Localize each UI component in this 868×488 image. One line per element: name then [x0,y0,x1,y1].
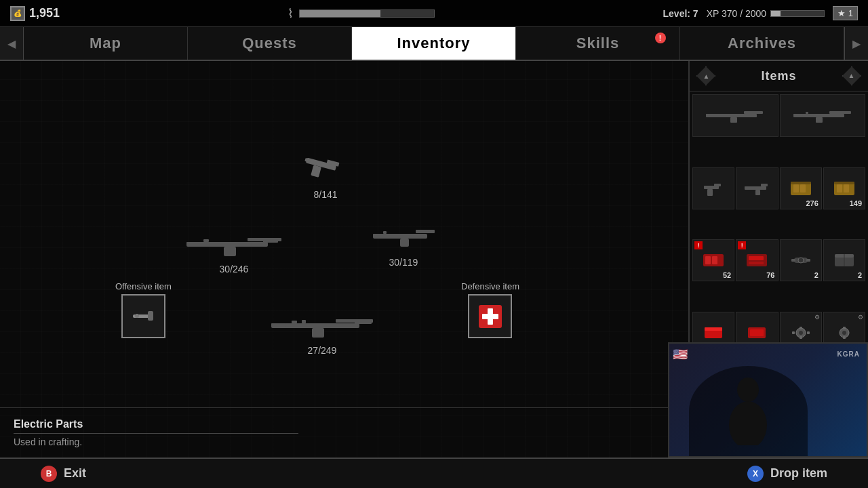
medkit-icon [477,303,504,330]
right-panel-header: ▲ Items ▲ [690,61,868,92]
svg-rect-29 [744,111,763,114]
heartbeat-icon: ⌇ [288,6,294,21]
grid-gearitem-icon [832,323,856,342]
svg-rect-45 [793,184,799,192]
grid-reditem4-icon [745,323,769,342]
svg-rect-11 [416,230,435,233]
grid-cell-pistol[interactable] [692,167,734,209]
drop-button-icon[interactable]: X [747,466,764,482]
svg-rect-53 [705,256,711,264]
svg-rect-41 [761,184,768,186]
grid-smg-icon [743,179,770,198]
svg-rect-33 [829,111,851,114]
gearitem-gear: ⚙ [858,314,863,321]
grid-cell-box2[interactable]: 2 [823,239,865,281]
hud-top: 💰 1,951 ⌇ Level: 7 XP 370 / 2000 ★ 1 [0,0,868,27]
reditem2-count: 76 [766,271,774,279]
panel-left-arrow[interactable]: ▲ [696,66,715,85]
grid-cell-reditem2[interactable]: ! 76 [736,239,778,281]
svg-rect-42 [745,186,749,188]
defensive-item-box[interactable] [468,294,512,338]
defensive-item-slot[interactable]: Defensive item [461,281,519,338]
svg-rect-59 [791,259,795,262]
svg-rect-72 [800,336,802,339]
xp-label: XP 370 / 2000 [707,8,766,19]
offensive-item-icon [132,304,155,328]
grid-cell-ammobox2[interactable]: 149 [823,167,865,209]
tab-quests[interactable]: Quests [188,27,352,60]
grid-cell-ammobox1[interactable]: 276 [780,167,822,209]
xp-bar [770,10,825,17]
svg-rect-38 [714,184,721,186]
parts1-gear: ⚙ [814,314,820,321]
grid-cell-rifle1[interactable] [692,94,778,137]
svg-rect-47 [791,182,811,184]
drop-action[interactable]: X Drop item [747,466,827,482]
offensive-item-slot[interactable]: Offensive item [115,281,172,338]
weapon-slot-smg[interactable]: 30/119 [370,220,437,268]
hud-currency: 💰 1,951 [10,6,60,21]
flag-icon: 🇺🇸 [673,347,688,362]
exit-action[interactable]: B Exit [41,466,86,482]
tab-archives[interactable]: Archives [680,27,844,60]
svg-rect-13 [400,239,409,247]
xp-bar-container: XP 370 / 2000 [707,8,825,19]
weapon-slot-pistol[interactable]: 8/141 [298,149,353,200]
ammobox1-count: 276 [806,199,818,207]
health-bar [299,9,435,18]
svg-rect-50 [844,184,849,192]
rifle1-ammo: 30/246 [220,264,249,274]
grid-rifle2-icon [792,105,853,127]
inventory-area: 8/141 30/246 [0,61,688,458]
grid-cell-smg[interactable] [736,167,778,209]
grid-cell-scope[interactable]: 2 [780,239,822,281]
xp-fill [771,11,781,16]
grid-cell-reditem1[interactable]: ! 52 [692,239,734,281]
info-divider [14,433,298,434]
offensive-item-box[interactable] [121,294,165,338]
svg-rect-51 [834,182,854,184]
svg-rect-19 [292,321,297,323]
svg-rect-60 [806,259,810,262]
weapon-slot-rifle1[interactable]: 30/246 [183,227,285,274]
info-panel: Electric Parts Used in crafting. [0,407,688,458]
nav-right-arrow[interactable]: ▶ [844,27,868,60]
drop-label: Drop item [770,466,827,481]
svg-rect-12 [373,234,383,237]
svg-rect-21 [302,320,306,323]
tab-skills[interactable]: Skills ! [516,27,680,60]
svg-rect-56 [749,256,764,260]
svg-point-70 [799,331,803,335]
svg-rect-18 [312,328,324,338]
svg-rect-73 [792,331,795,334]
pistol-svg [298,149,353,186]
scope-count: 2 [814,271,818,279]
svg-rect-74 [807,331,810,334]
nav-left-arrow[interactable]: ◀ [0,27,24,60]
exit-label: Exit [64,466,86,481]
smg-ammo: 30/119 [389,257,418,268]
panel-right-arrow[interactable]: ▲ [842,66,861,85]
svg-rect-2 [311,165,321,178]
svg-point-95 [729,401,767,445]
svg-point-61 [798,258,804,263]
webcam-overlay: 🇺🇸 KGRA [668,342,868,458]
ammobox2-count: 149 [850,199,862,207]
svg-rect-27 [482,314,498,319]
svg-rect-35 [816,117,823,123]
svg-rect-68 [750,329,764,336]
grid-rifle1-icon [705,105,766,127]
exit-button-icon[interactable]: B [41,466,57,482]
webcam-person [689,366,808,456]
tab-map[interactable]: Map [24,27,188,60]
health-fill [300,10,380,17]
person-silhouette [721,378,775,445]
skills-badge: ! [655,33,666,43]
reditem1-badge: ! [694,241,703,249]
weapon-slot-rifle2[interactable]: 27/249 [268,308,376,356]
selected-item-desc: Used in crafting. [14,436,675,447]
hud-right: Level: 7 XP 370 / 2000 ★ 1 [663,6,858,20]
grid-cell-rifle2[interactable] [780,94,866,137]
tab-inventory[interactable]: Inventory [352,27,516,60]
svg-rect-77 [843,327,846,329]
